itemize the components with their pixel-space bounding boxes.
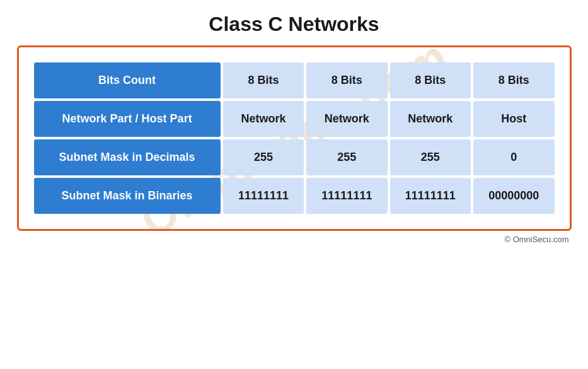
row-cell-3: 11111111: [390, 178, 471, 214]
row-header: Network Part / Host Part: [34, 101, 221, 137]
row-cell-4: 0: [473, 139, 554, 175]
row-header: Subnet Mask in Decimals: [34, 139, 221, 175]
table-row: Subnet Mask in Decimals2552552550: [34, 139, 555, 175]
row-cell-4: 8 Bits: [473, 62, 554, 98]
outer-container: OmniSecu.com Bits Count8 Bits8 Bits8 Bit…: [17, 45, 572, 231]
row-header: Subnet Mask in Binaries: [34, 178, 221, 214]
table-row: Network Part / Host PartNetworkNetworkNe…: [34, 101, 555, 137]
row-cell-4: 00000000: [473, 178, 554, 214]
row-cell-3: 255: [390, 139, 471, 175]
row-cell-2: 11111111: [306, 178, 387, 214]
row-cell-1: 8 Bits: [223, 62, 304, 98]
row-header: Bits Count: [34, 62, 221, 98]
network-table: Bits Count8 Bits8 Bits8 Bits8 BitsNetwor…: [32, 60, 557, 216]
row-cell-1: 11111111: [223, 178, 304, 214]
row-cell-4: Host: [473, 101, 554, 137]
table-row: Subnet Mask in Binaries11111111111111111…: [34, 178, 555, 214]
row-cell-3: 8 Bits: [390, 62, 471, 98]
row-cell-2: Network: [306, 101, 387, 137]
row-cell-1: 255: [223, 139, 304, 175]
copyright: © OmniSecu.com: [17, 231, 572, 244]
row-cell-1: Network: [223, 101, 304, 137]
page-title: Class C Networks: [0, 0, 588, 45]
table-row: Bits Count8 Bits8 Bits8 Bits8 Bits: [34, 62, 555, 98]
row-cell-3: Network: [390, 101, 471, 137]
table-wrapper: Bits Count8 Bits8 Bits8 Bits8 BitsNetwor…: [32, 60, 557, 216]
row-cell-2: 8 Bits: [306, 62, 387, 98]
row-cell-2: 255: [306, 139, 387, 175]
